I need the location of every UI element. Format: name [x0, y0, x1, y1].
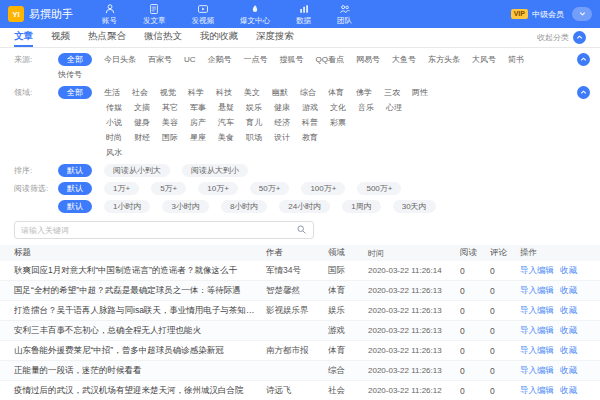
field-option[interactable]: 娱乐 [246, 101, 262, 114]
field-option[interactable]: 其它 [162, 101, 178, 114]
import-edit-link[interactable]: 导入编辑 [520, 325, 554, 337]
field-option[interactable]: 时尚 [106, 131, 122, 144]
article-title[interactable]: 山东鲁能外援费莱尼“中招”，曾多中超球员确诊感染新冠 [14, 345, 266, 357]
source-option[interactable]: 大鱼号 [392, 53, 416, 66]
reads-option[interactable]: 5万+ [151, 182, 186, 195]
nav-item-team[interactable]: 团队 [324, 0, 365, 28]
favorite-link[interactable]: 收藏 [560, 325, 577, 337]
time-option[interactable]: 24小时内 [279, 200, 330, 213]
time-default-pill[interactable]: 默认 [58, 200, 92, 213]
time-option[interactable]: 1周内 [342, 200, 380, 213]
field-option[interactable]: 国际 [162, 131, 178, 144]
field-option[interactable]: 综合 [300, 86, 316, 99]
field-option[interactable]: 科学 [188, 86, 204, 99]
nav-item-account[interactable]: 账号 [89, 0, 130, 28]
account-menu-button[interactable] [572, 7, 592, 21]
import-edit-link[interactable]: 导入编辑 [520, 365, 554, 377]
source-option[interactable]: 百家号 [148, 53, 172, 66]
field-option[interactable]: 科技 [216, 86, 232, 99]
reads-option[interactable]: 100万+ [301, 182, 345, 195]
field-option[interactable]: 美容 [162, 116, 178, 129]
source-collapse-chevron-up-icon[interactable] [577, 53, 590, 66]
import-edit-link[interactable]: 导入编辑 [520, 385, 554, 397]
favorite-link[interactable]: 收藏 [560, 305, 577, 317]
reads-option[interactable]: 1万+ [104, 182, 139, 195]
field-option[interactable]: 悬疑 [218, 101, 234, 114]
field-option[interactable]: 设计 [274, 131, 290, 144]
field-option[interactable]: 文摘 [134, 101, 150, 114]
field-option[interactable]: 科普 [302, 116, 318, 129]
field-option[interactable]: 两性 [412, 86, 428, 99]
reads-option[interactable]: 50万+ [250, 182, 290, 195]
import-edit-link[interactable]: 导入编辑 [520, 305, 554, 317]
sort-option[interactable]: 阅读从大到小 [182, 164, 248, 177]
search-box[interactable] [14, 221, 314, 239]
nav-item-publish-article[interactable]: 发文章 [130, 0, 179, 28]
source-option[interactable]: 网易号 [356, 53, 380, 66]
field-option[interactable]: 教育 [302, 131, 318, 144]
source-option[interactable]: 一点号 [244, 53, 268, 66]
tab[interactable]: 深度搜索 [256, 28, 294, 47]
field-option[interactable]: 社会 [132, 86, 148, 99]
field-option[interactable]: 健身 [134, 116, 150, 129]
source-all-pill[interactable]: 全部 [58, 53, 92, 66]
field-option[interactable]: 心理 [386, 101, 402, 114]
source-option[interactable]: QQ看点 [316, 53, 344, 66]
search-icon[interactable] [296, 224, 307, 237]
favorite-link[interactable]: 收藏 [560, 365, 577, 377]
field-option[interactable]: 职场 [246, 131, 262, 144]
time-option[interactable]: 1小时内 [104, 200, 150, 213]
field-option[interactable]: 文化 [330, 101, 346, 114]
article-title[interactable]: 国足“全村的希望”中超？武磊是最确定球员之一体：等待际遇 [14, 285, 266, 297]
time-option[interactable]: 30天内 [393, 200, 436, 213]
favorite-link[interactable]: 收藏 [560, 285, 577, 297]
sort-default-pill[interactable]: 默认 [58, 164, 92, 177]
article-title[interactable]: 打造擂台？吴千语再人脉路与同isa联天，事业情用电子与茶知境大生活 [14, 305, 266, 317]
field-option[interactable]: 美食 [218, 131, 234, 144]
reads-option[interactable]: 500万+ [357, 182, 401, 195]
nav-item-hot-article-center[interactable]: 爆文中心 [227, 0, 283, 28]
tab[interactable]: 我的收藏 [200, 28, 238, 47]
tab[interactable]: 视频 [51, 28, 70, 47]
favorite-link[interactable]: 收藏 [560, 385, 577, 397]
field-option[interactable]: 风水 [106, 146, 122, 159]
reads-option[interactable]: 10万+ [198, 182, 238, 195]
tab[interactable]: 热点聚合 [88, 28, 126, 47]
article-title[interactable]: 耿爽回应1月对意大利“中国制造谣言”的造谣者？就像这么干 [14, 265, 266, 277]
field-option[interactable]: 军事 [190, 101, 206, 114]
import-edit-link[interactable]: 导入编辑 [520, 285, 554, 297]
field-all-pill[interactable]: 全部 [58, 86, 92, 99]
source-option[interactable]: 简书 [508, 53, 524, 66]
search-input[interactable] [21, 226, 296, 235]
field-option[interactable]: 经济 [274, 116, 290, 129]
field-option[interactable]: 育儿 [246, 116, 262, 129]
field-option[interactable]: 小说 [106, 116, 122, 129]
nav-item-data[interactable]: 数据 [283, 0, 324, 28]
field-option[interactable]: 健康 [274, 101, 290, 114]
tab[interactable]: 文章 [14, 28, 33, 47]
source-option[interactable]: 快传号 [58, 68, 82, 81]
field-option[interactable]: 财经 [134, 131, 150, 144]
source-option[interactable]: UC [184, 53, 196, 66]
field-option[interactable]: 生活 [104, 86, 120, 99]
source-option[interactable]: 企鹅号 [208, 53, 232, 66]
nav-item-publish-video[interactable]: 发视频 [179, 0, 228, 28]
import-edit-link[interactable]: 导入编辑 [520, 345, 554, 357]
favorite-link[interactable]: 收藏 [560, 265, 577, 277]
time-option[interactable]: 3小时内 [162, 200, 208, 213]
field-option[interactable]: 三农 [384, 86, 400, 99]
import-edit-link[interactable]: 导入编辑 [520, 265, 554, 277]
field-option[interactable]: 体育 [328, 86, 344, 99]
tab[interactable]: 微信热文 [144, 28, 182, 47]
field-option[interactable]: 星座 [190, 131, 206, 144]
source-option[interactable]: 今日头条 [104, 53, 136, 66]
field-option[interactable]: 房产 [190, 116, 206, 129]
time-option[interactable]: 8小时内 [221, 200, 267, 213]
field-option[interactable]: 美文 [244, 86, 260, 99]
field-option[interactable]: 汽车 [218, 116, 234, 129]
source-option[interactable]: 搜狐号 [280, 53, 304, 66]
chevron-up-icon[interactable] [573, 31, 586, 44]
source-option[interactable]: 东方头条 [428, 53, 460, 66]
field-collapse-chevron-up-icon[interactable] [577, 86, 590, 99]
field-option[interactable]: 佛学 [356, 86, 372, 99]
